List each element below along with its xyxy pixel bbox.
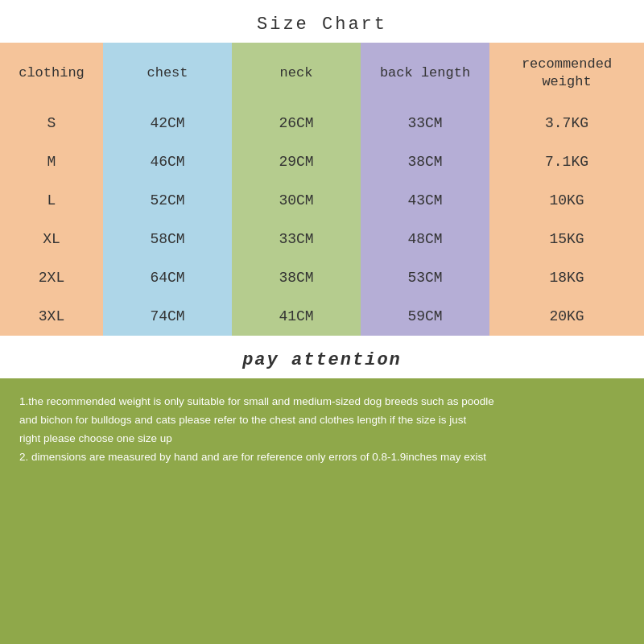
- notes-text: 1.the recommended weight is only suitabl…: [19, 393, 625, 467]
- cell-neck-3: 33CM: [232, 220, 361, 258]
- cell-back_length-1: 38CM: [361, 142, 489, 181]
- cell-weight-1: 7.1KG: [489, 142, 644, 181]
- notes-area: 1.the recommended weight is only suitabl…: [0, 378, 644, 644]
- page-title: Size Chart: [257, 14, 387, 35]
- cell-chest-3: 58CM: [103, 220, 232, 258]
- cell-clothing-2: L: [0, 181, 103, 220]
- title-area: Size Chart: [0, 0, 644, 43]
- cell-back_length-4: 53CM: [361, 258, 489, 297]
- cell-back_length-0: 33CM: [361, 104, 489, 142]
- cell-chest-5: 74CM: [103, 297, 232, 336]
- cell-back_length-2: 43CM: [361, 181, 489, 220]
- cell-back_length-3: 48CM: [361, 220, 489, 258]
- pay-attention-area: pay attention: [0, 336, 644, 378]
- cell-clothing-5: 3XL: [0, 297, 103, 336]
- cell-back_length-5: 59CM: [361, 297, 489, 336]
- cell-weight-0: 3.7KG: [489, 104, 644, 142]
- cell-weight-2: 10KG: [489, 181, 644, 220]
- cell-clothing-4: 2XL: [0, 258, 103, 297]
- cell-clothing-1: M: [0, 142, 103, 181]
- table-row: M46CM29CM38CM7.1KG: [0, 142, 644, 181]
- cell-weight-3: 15KG: [489, 220, 644, 258]
- cell-chest-2: 52CM: [103, 181, 232, 220]
- table-row: 3XL74CM41CM59CM20KG: [0, 297, 644, 336]
- col-header-clothing: clothing: [0, 43, 103, 104]
- size-table: clothing chest neck back length recommen…: [0, 43, 644, 336]
- table-row: XL58CM33CM48CM15KG: [0, 220, 644, 258]
- page-wrapper: Size Chart clothing chest neck back leng…: [0, 0, 644, 644]
- table-row: S42CM26CM33CM3.7KG: [0, 104, 644, 142]
- cell-chest-0: 42CM: [103, 104, 232, 142]
- cell-chest-1: 46CM: [103, 142, 232, 181]
- cell-neck-5: 41CM: [232, 297, 361, 336]
- cell-neck-0: 26CM: [232, 104, 361, 142]
- cell-clothing-3: XL: [0, 220, 103, 258]
- cell-weight-5: 20KG: [489, 297, 644, 336]
- pay-attention-label: pay attention: [242, 350, 402, 370]
- table-row: 2XL64CM38CM53CM18KG: [0, 258, 644, 297]
- col-header-weight: recommendedweight: [489, 43, 644, 104]
- size-chart-table-section: clothing chest neck back length recommen…: [0, 43, 644, 336]
- cell-chest-4: 64CM: [103, 258, 232, 297]
- cell-neck-4: 38CM: [232, 258, 361, 297]
- cell-clothing-0: S: [0, 104, 103, 142]
- col-header-neck: neck: [232, 43, 361, 104]
- cell-neck-2: 30CM: [232, 181, 361, 220]
- col-header-chest: chest: [103, 43, 232, 104]
- cell-neck-1: 29CM: [232, 142, 361, 181]
- col-header-backlength: back length: [361, 43, 489, 104]
- cell-weight-4: 18KG: [489, 258, 644, 297]
- table-row: L52CM30CM43CM10KG: [0, 181, 644, 220]
